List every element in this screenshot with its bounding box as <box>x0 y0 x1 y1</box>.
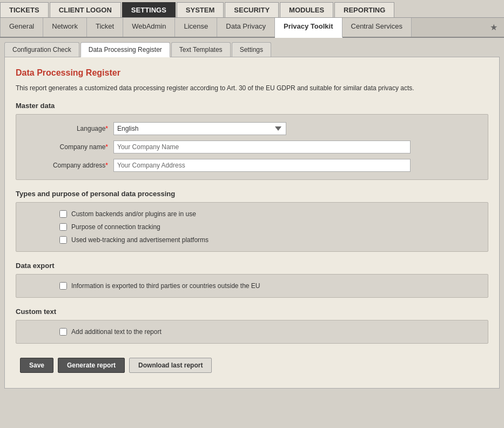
company-address-input[interactable] <box>113 159 411 172</box>
language-select[interactable]: English German French Spanish <box>113 122 286 135</box>
company-address-row: Company address* <box>27 159 477 172</box>
master-data-title: Master data <box>16 102 488 110</box>
top-nav-item-system[interactable]: SYSTEM <box>177 2 224 17</box>
second-nav-item-ticket[interactable]: Ticket <box>87 18 123 37</box>
generate-report-button[interactable]: Generate report <box>58 358 125 373</box>
web-tracking-checkbox[interactable] <box>59 236 67 244</box>
master-data-box: Language* English German French Spanish … <box>16 114 488 180</box>
second-nav-item-webadmin[interactable]: WebAdmin <box>123 18 175 37</box>
checkbox-info-exported: Information is exported to third parties… <box>27 282 477 290</box>
top-nav-item-reporting[interactable]: REPORTING <box>334 2 394 17</box>
tab-text-templates[interactable]: Text Templates <box>171 42 231 57</box>
custom-text-title: Custom text <box>16 307 488 316</box>
checkbox-custom-backends: Custom backends and/or plugins are in us… <box>27 210 477 218</box>
checkbox-connection-tracking: Purpose of connection tracking <box>27 223 477 231</box>
data-export-title: Data export <box>16 262 488 270</box>
top-nav-item-tickets[interactable]: TICKETS <box>0 2 49 17</box>
page-description: This report generates a customized data … <box>16 83 488 93</box>
types-box: Custom backends and/or plugins are in us… <box>16 202 488 252</box>
page-title: Data Processing Register <box>16 68 488 78</box>
favorite-star-icon[interactable]: ★ <box>483 18 504 37</box>
second-nav-item-license[interactable]: License <box>175 18 217 37</box>
save-button[interactable]: Save <box>20 358 53 373</box>
second-nav: GeneralNetworkTicketWebAdminLicenseData … <box>0 18 504 38</box>
top-nav-item-security[interactable]: SECURITY <box>225 2 279 17</box>
company-name-row: Company name* <box>27 141 477 153</box>
web-tracking-label: Used web-tracking and advertisement plat… <box>71 236 209 244</box>
second-nav-item-privacy-toolkit[interactable]: Privacy Toolkit <box>275 18 342 38</box>
add-text-label: Add additional text to the report <box>71 328 162 336</box>
company-name-input[interactable] <box>113 141 411 153</box>
main-content: Data Processing Register This report gen… <box>4 57 500 389</box>
second-nav-item-central-services[interactable]: Central Services <box>342 18 412 37</box>
connection-tracking-checkbox[interactable] <box>59 223 67 231</box>
company-address-label: Company address* <box>27 162 113 169</box>
types-title: Types and purpose of personal data proce… <box>16 190 488 198</box>
custom-text-box: Add additional text to the report <box>16 320 488 344</box>
second-nav-item-general[interactable]: General <box>0 18 43 37</box>
top-nav-item-modules[interactable]: MODULES <box>280 2 333 17</box>
checkbox-web-tracking: Used web-tracking and advertisement plat… <box>27 236 477 244</box>
connection-tracking-label: Purpose of connection tracking <box>71 223 160 231</box>
company-name-label: Company name* <box>27 143 113 151</box>
tab-config-check[interactable]: Configuration Check <box>4 42 79 57</box>
second-nav-item-network[interactable]: Network <box>43 18 87 37</box>
checkbox-add-text: Add additional text to the report <box>27 328 477 336</box>
top-nav-item-client-logon[interactable]: CLIENT LOGON <box>50 2 121 17</box>
download-last-report-button[interactable]: Download last report <box>129 358 212 373</box>
second-nav-item-data-privacy[interactable]: Data Privacy <box>217 18 275 37</box>
language-row: Language* English German French Spanish <box>27 122 477 135</box>
info-exported-label: Information is exported to third parties… <box>71 282 260 290</box>
top-nav-item-settings[interactable]: SETTINGS <box>122 2 176 17</box>
button-bar: Save Generate report Download last repor… <box>16 353 488 377</box>
tab-data-processing-register[interactable]: Data Processing Register <box>80 42 170 57</box>
top-nav: TICKETSCLIENT LOGONSETTINGSSYSTEMSECURIT… <box>0 0 504 18</box>
info-exported-checkbox[interactable] <box>59 282 67 290</box>
custom-backends-checkbox[interactable] <box>59 210 67 218</box>
tab-settings[interactable]: Settings <box>232 42 271 57</box>
data-export-box: Information is exported to third parties… <box>16 274 488 298</box>
custom-backends-label: Custom backends and/or plugins are in us… <box>71 210 196 218</box>
tab-bar: Configuration CheckData Processing Regis… <box>4 42 500 57</box>
add-text-checkbox[interactable] <box>59 328 67 336</box>
language-label: Language* <box>27 125 113 132</box>
